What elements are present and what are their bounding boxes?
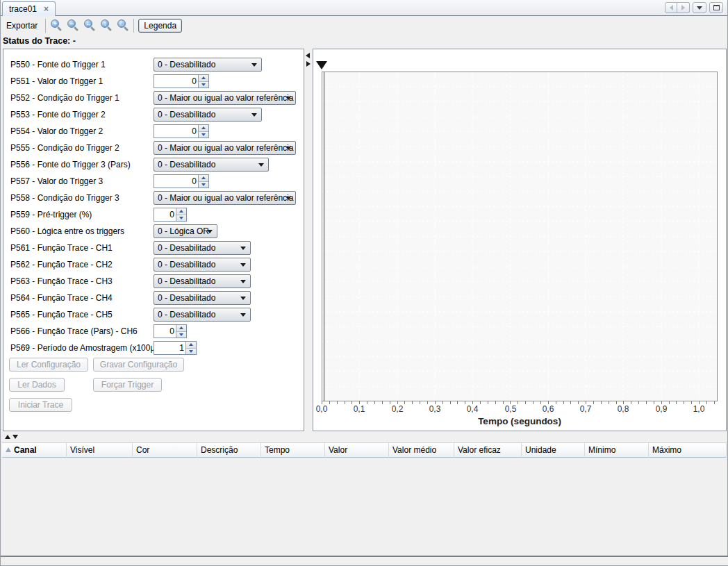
p554-spinner[interactable] <box>154 124 209 138</box>
spinner-up-icon[interactable] <box>199 125 208 132</box>
spinner-up-icon[interactable] <box>186 342 196 349</box>
maximize-icon <box>713 5 720 10</box>
sort-ascending-icon <box>6 447 11 452</box>
column-header-valor-medio[interactable]: Valor médio <box>389 443 454 458</box>
chevron-down-icon <box>286 147 291 150</box>
x-tick-label: 0,2 <box>383 404 411 414</box>
p563-dropdown[interactable]: 0 - Desabilitado <box>154 274 251 288</box>
forcar-trigger-button[interactable]: Forçar Trigger <box>93 378 162 392</box>
trigger-config-panel: P550 - Fonte do Trigger 1 0 - Desabilita… <box>3 49 304 431</box>
collapse-right-icon[interactable] <box>306 61 311 67</box>
tab-title: trace01 <box>9 4 37 14</box>
config-row: P569 - Período de Amostragem (x100µs) <box>3 341 304 355</box>
column-header-minimo[interactable]: Mínimo <box>585 443 649 458</box>
tab-scroll-right-button[interactable] <box>677 2 690 13</box>
p565-dropdown[interactable]: 0 - Desabilitado <box>154 308 251 322</box>
x-tick-label: 0,9 <box>647 404 675 414</box>
p559-value-input[interactable] <box>154 208 176 221</box>
channel-table-header: Canal Visível Cor Descrição Tempo Valor … <box>2 442 727 458</box>
zoom-out-button[interactable]: − <box>65 18 81 33</box>
p557-spinner[interactable] <box>154 174 209 188</box>
tab-list-button[interactable] <box>693 2 706 13</box>
p555-dropdown[interactable]: 0 - Maior ou igual ao valor referência <box>154 141 296 155</box>
zoom-auto-button[interactable]: □ <box>115 18 131 33</box>
p559-spinner[interactable] <box>154 208 187 222</box>
spinner-up-icon[interactable] <box>199 75 208 82</box>
collapse-up-icon[interactable] <box>5 435 10 439</box>
p569-value-input[interactable] <box>154 342 185 354</box>
column-header-cor[interactable]: Cor <box>133 443 197 458</box>
p566-spinner[interactable] <box>154 324 187 338</box>
p564-dropdown[interactable]: 0 - Desabilitado <box>154 291 251 305</box>
collapse-down-icon[interactable] <box>13 435 18 439</box>
spinner-up-icon[interactable] <box>176 208 186 215</box>
spinner-down-icon[interactable] <box>199 82 208 88</box>
x-tick-label: 0,0 <box>308 404 336 414</box>
spinner-down-icon[interactable] <box>176 332 186 338</box>
chevron-down-icon <box>240 247 246 250</box>
column-header-descricao[interactable]: Descrição <box>197 443 261 458</box>
zoom-horizontal-button[interactable]: ↔ <box>81 18 98 33</box>
p551-spinner[interactable] <box>154 74 209 88</box>
vertical-splitter[interactable] <box>305 49 312 431</box>
tab-trace01[interactable]: trace01 × <box>2 1 56 16</box>
zoom-vertical-button[interactable]: ↕ <box>98 18 115 33</box>
p561-label: P561 - Função Trace - CH1 <box>10 241 113 255</box>
p569-spinner[interactable] <box>154 341 197 355</box>
spinner-down-icon[interactable] <box>199 182 208 188</box>
legenda-toggle-button[interactable]: Legenda <box>138 19 182 33</box>
p561-dropdown[interactable]: 0 - Desabilitado <box>154 241 251 255</box>
spinner-down-icon[interactable] <box>199 132 208 138</box>
p565-label: P565 - Função Trace - CH5 <box>10 308 113 322</box>
spinner-down-icon[interactable] <box>176 215 186 222</box>
zoom-in-button[interactable]: + <box>48 18 65 33</box>
collapse-left-icon[interactable] <box>306 53 310 58</box>
p554-value-input[interactable] <box>154 125 198 138</box>
column-header-valor[interactable]: Valor <box>325 443 389 458</box>
p562-dropdown[interactable]: 0 - Desabilitado <box>154 258 251 272</box>
x-tick-label: 0,6 <box>534 404 562 414</box>
p560-dropdown[interactable]: 0 - Lógica OR <box>154 224 217 238</box>
column-header-maximo[interactable]: Máximo <box>649 443 727 458</box>
tab-bar: trace01 × <box>1 0 727 16</box>
column-header-visivel[interactable]: Visível <box>67 443 133 458</box>
p552-dropdown[interactable]: 0 - Maior ou igual ao valor referência <box>154 91 296 105</box>
trace-plot-area[interactable] <box>322 72 718 401</box>
ler-configuracao-button[interactable]: Ler Configuração <box>9 358 88 372</box>
zoom-in-icon: + <box>50 19 63 32</box>
spinner-up-icon[interactable] <box>199 175 208 182</box>
tab-scroll-left-button[interactable] <box>665 2 677 13</box>
spinner-up-icon[interactable] <box>176 325 186 332</box>
x-tick-label: 1,0 <box>685 404 713 414</box>
chevron-down-icon <box>251 113 257 117</box>
gravar-configuracao-button[interactable]: Gravar Configuração <box>93 358 184 372</box>
column-header-canal[interactable]: Canal <box>2 443 67 458</box>
trace-status-text: Status do Trace: - <box>3 36 76 46</box>
zoom-auto-icon: □ <box>117 19 129 32</box>
p553-dropdown[interactable]: 0 - Desabilitado <box>154 108 262 122</box>
p556-label: P556 - Fonte do Trigger 3 (Pars) <box>10 158 131 172</box>
column-header-valor-eficaz[interactable]: Valor eficaz <box>454 443 522 458</box>
p566-value-input[interactable] <box>154 325 176 338</box>
config-row: P562 - Função Trace - CH2 0 - Desabilita… <box>3 258 304 272</box>
x-tick-label: 0,5 <box>497 404 524 414</box>
p550-dropdown[interactable]: 0 - Desabilitado <box>154 58 262 72</box>
config-row: P560 - Lógica entre os triggers 0 - Lógi… <box>3 224 304 238</box>
p557-value-input[interactable] <box>154 175 198 188</box>
tab-close-icon[interactable]: × <box>44 5 49 13</box>
config-row: P551 - Valor do Trigger 1 <box>3 74 304 88</box>
p556-dropdown[interactable]: 0 - Desabilitado <box>154 158 269 172</box>
iniciar-trace-button[interactable]: Iniciar Trace <box>9 398 72 412</box>
p558-dropdown[interactable]: 0 - Maior ou igual ao valor referência <box>154 191 296 205</box>
p551-value-input[interactable] <box>154 75 198 88</box>
ler-dados-button[interactable]: Ler Dados <box>9 378 65 392</box>
config-row: P559 - Pré-trigger (%) <box>3 208 304 222</box>
maximize-button[interactable] <box>709 2 723 13</box>
horizontal-splitter[interactable] <box>1 433 728 442</box>
column-header-unidade[interactable]: Unidade <box>522 443 585 458</box>
x-axis-title: Tempo (segundos) <box>322 416 718 426</box>
chevron-down-icon <box>251 63 257 67</box>
spinner-down-icon[interactable] <box>186 349 196 355</box>
column-header-tempo[interactable]: Tempo <box>261 443 325 458</box>
exportar-button[interactable]: Exportar <box>2 18 43 33</box>
